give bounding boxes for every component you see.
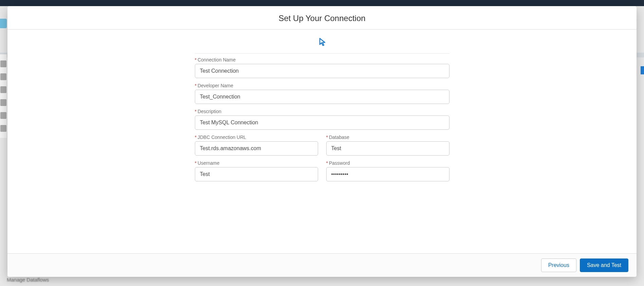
- rail-icon: [0, 112, 6, 119]
- previous-button[interactable]: Previous: [541, 258, 576, 272]
- description-label: *Description: [195, 109, 449, 114]
- database-input[interactable]: [326, 141, 449, 156]
- connection-name-label: *Connection Name: [195, 57, 449, 62]
- label-text: Developer Name: [198, 83, 233, 88]
- description-input[interactable]: [195, 115, 449, 130]
- modal-title: Set Up Your Connection: [14, 14, 630, 23]
- background-bottom-text: Manage Dataflows: [7, 277, 49, 283]
- label-text: Password: [329, 160, 350, 166]
- rail-icon: [0, 125, 6, 132]
- jdbc-url-label: *JDBC Connection URL: [195, 135, 318, 140]
- app-topbar: [0, 0, 644, 6]
- left-nav-rail: [0, 54, 7, 138]
- modal-footer: Previous Save and Test: [7, 253, 637, 277]
- connection-modal: Set Up Your Connection *Connection Name …: [7, 6, 637, 277]
- modal-body: *Connection Name *Developer Name *Descri…: [7, 30, 637, 253]
- database-label: *Database: [326, 135, 449, 140]
- jdbc-url-input[interactable]: [195, 141, 318, 156]
- label-text: Description: [198, 109, 221, 114]
- rail-icon: [0, 99, 6, 106]
- label-text: Connection Name: [198, 57, 236, 62]
- cursor-pointer-icon: [317, 37, 327, 49]
- developer-name-input[interactable]: [195, 90, 449, 104]
- modal-header: Set Up Your Connection: [7, 6, 637, 30]
- developer-name-label: *Developer Name: [195, 83, 449, 88]
- rail-icon: [0, 60, 6, 67]
- label-text: JDBC Connection URL: [198, 135, 246, 140]
- rail-icon: [0, 86, 6, 93]
- background-right-badge: [641, 66, 644, 74]
- username-input[interactable]: [195, 167, 318, 181]
- rail-icon: [0, 73, 6, 80]
- label-text: Username: [198, 160, 220, 166]
- username-label: *Username: [195, 160, 318, 166]
- form-container: *Connection Name *Developer Name *Descri…: [195, 53, 449, 186]
- password-label: *Password: [326, 160, 449, 166]
- label-text: Database: [329, 135, 349, 140]
- save-and-test-button[interactable]: Save and Test: [580, 258, 628, 272]
- app-logo-partial: [0, 19, 7, 28]
- connection-name-input[interactable]: [195, 64, 449, 78]
- password-input[interactable]: [326, 167, 449, 181]
